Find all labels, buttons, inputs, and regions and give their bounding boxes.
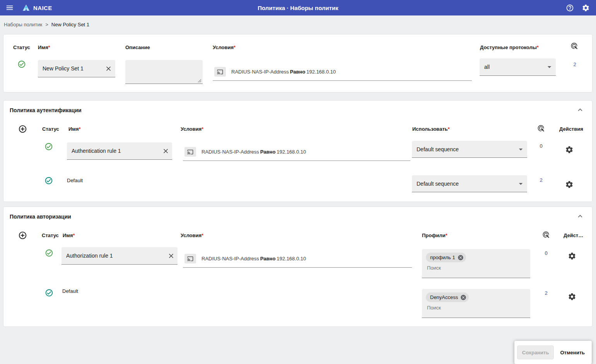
status-check-icon[interactable] xyxy=(45,289,53,297)
policy-set-name-input[interactable] xyxy=(38,60,115,77)
profile-chip: профиль 1 xyxy=(426,253,466,262)
status-check-icon[interactable] xyxy=(17,60,26,68)
protocols-value: all xyxy=(484,64,490,70)
rule-hits: 0 xyxy=(538,143,545,149)
cast-icon xyxy=(214,67,226,77)
column-name: Имя* xyxy=(68,126,81,132)
column-name: Имя* xyxy=(63,232,75,238)
default-rule-label: Default xyxy=(62,288,78,294)
hit-counter-icon xyxy=(570,42,578,50)
profiles-field[interactable]: DenyAccess xyxy=(422,289,530,318)
add-rule-icon[interactable] xyxy=(18,231,27,240)
naice-logo-icon xyxy=(22,3,31,12)
chevron-down-icon xyxy=(516,145,525,154)
policy-set-condition[interactable]: RADIUS·NAS-IP-AddressРавно192.168.0.10 xyxy=(213,67,472,81)
collapse-icon[interactable] xyxy=(576,106,584,114)
column-actions: Дейст… xyxy=(564,232,583,238)
breadcrumb-current: New Policy Set 1 xyxy=(51,22,89,27)
collapse-icon[interactable] xyxy=(576,212,584,220)
actions-gear-icon[interactable] xyxy=(565,145,574,154)
auth-rule-name-input[interactable] xyxy=(67,142,172,160)
column-use: Использовать* xyxy=(412,126,450,132)
page-title: Политика · Наборы политик xyxy=(258,5,338,11)
column-description: Описание xyxy=(125,44,150,50)
actions-gear-icon[interactable] xyxy=(568,252,576,260)
app-bar: NAICE Политика · Наборы политик xyxy=(0,0,596,15)
column-actions: Действия xyxy=(559,126,583,132)
clear-name-icon[interactable] xyxy=(162,147,169,155)
profile-chip-label: профиль 1 xyxy=(430,255,455,260)
use-sequence-select[interactable]: Default sequence xyxy=(412,175,527,192)
breadcrumb-parent[interactable]: Наборы политик xyxy=(4,22,42,27)
actions-gear-icon[interactable] xyxy=(565,180,574,189)
status-check-icon[interactable] xyxy=(44,142,53,151)
chevron-down-icon xyxy=(545,63,554,72)
remove-chip-icon[interactable] xyxy=(458,255,464,261)
column-status: Статус xyxy=(42,126,59,132)
auth-card-title: Политика аутентификации xyxy=(10,107,82,113)
help-icon[interactable] xyxy=(566,4,574,12)
settings-icon[interactable] xyxy=(582,4,590,12)
clear-name-icon[interactable] xyxy=(167,252,175,260)
policy-set-card: Статус Имя* Описание Условия* Доступные … xyxy=(3,34,593,92)
brand: NAICE xyxy=(22,3,52,12)
profile-chip: DenyAccess xyxy=(426,292,469,302)
authz-card-title: Политика авторизации xyxy=(10,214,71,220)
profiles-field[interactable]: профиль 1 xyxy=(422,249,530,278)
profile-search-input[interactable] xyxy=(427,265,485,271)
rule-hits[interactable]: 2 xyxy=(543,290,550,296)
breadcrumb-separator: > xyxy=(45,22,48,27)
protocols-select[interactable]: all xyxy=(480,58,556,76)
save-button[interactable]: Сохранить xyxy=(517,345,554,359)
column-name: Имя* xyxy=(38,44,50,50)
use-sequence-value: Default sequence xyxy=(417,146,459,152)
chevron-down-icon xyxy=(516,179,525,188)
rule-hits: 0 xyxy=(543,250,550,256)
use-sequence-value: Default sequence xyxy=(417,181,459,187)
action-bar: Сохранить Отменить xyxy=(514,341,592,364)
clear-name-icon[interactable] xyxy=(105,65,112,72)
authorization-policy-card: Политика авторизации Статус Имя* Условия… xyxy=(3,207,593,327)
add-rule-icon[interactable] xyxy=(18,125,27,133)
hit-counter-icon xyxy=(537,125,545,132)
column-conditions: Условия* xyxy=(181,126,203,132)
breadcrumb: Наборы политик > New Policy Set 1 xyxy=(0,15,89,33)
column-status: Статус xyxy=(13,44,30,50)
cast-icon xyxy=(184,147,196,157)
hit-counter-icon xyxy=(542,231,550,238)
profile-search-input[interactable] xyxy=(427,305,485,311)
column-status: Статус xyxy=(42,232,59,238)
condition-text: RADIUS·NAS-IP-AddressРавно192.168.0.10 xyxy=(202,256,306,261)
description-field[interactable] xyxy=(125,60,203,84)
menu-icon[interactable] xyxy=(5,3,14,12)
auth-rule-condition[interactable]: RADIUS·NAS-IP-AddressРавно192.168.0.10 xyxy=(183,147,410,161)
column-conditions: Условия* xyxy=(181,232,203,238)
column-profiles: Профили* xyxy=(422,232,447,238)
condition-text: RADIUS·NAS-IP-AddressРавно192.168.0.10 xyxy=(202,149,306,155)
brand-name: NAICE xyxy=(33,5,52,11)
actions-gear-icon[interactable] xyxy=(568,292,576,301)
policy-set-hits[interactable]: 2 xyxy=(571,62,578,67)
authz-rule-name-input[interactable] xyxy=(61,247,178,265)
rule-hits[interactable]: 2 xyxy=(538,177,545,183)
cast-icon xyxy=(184,254,196,263)
default-rule-label: Default xyxy=(67,178,83,183)
authz-rule-condition[interactable]: RADIUS·NAS-IP-AddressРавно192.168.0.10 xyxy=(183,254,412,268)
column-protocols: Доступные протоколы* xyxy=(480,44,539,50)
appbar-actions xyxy=(566,4,590,12)
column-conditions: Условия* xyxy=(213,44,236,50)
condition-text: RADIUS·NAS-IP-AddressРавно192.168.0.10 xyxy=(231,69,336,75)
authentication-policy-card: Политика аутентификации Статус Имя* Усло… xyxy=(3,100,593,202)
status-check-icon[interactable] xyxy=(45,249,53,257)
profile-chip-label: DenyAccess xyxy=(430,294,458,300)
cancel-button[interactable]: Отменить xyxy=(556,345,589,359)
use-sequence-select[interactable]: Default sequence xyxy=(412,141,527,158)
status-check-icon[interactable] xyxy=(44,176,53,185)
remove-chip-icon[interactable] xyxy=(460,294,466,301)
